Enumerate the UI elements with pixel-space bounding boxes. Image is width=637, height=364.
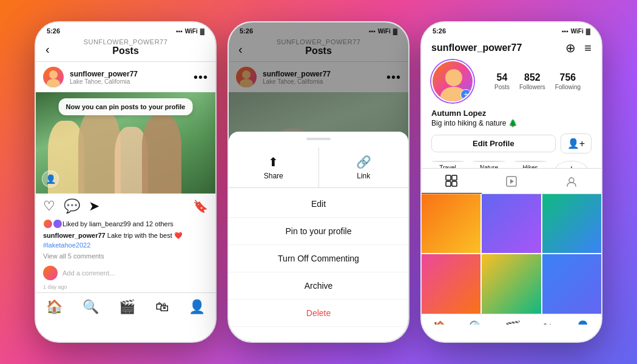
status-icons-1: ▪▪▪ WiFi ▓	[176, 28, 204, 35]
status-bar-3: 5:26 ▪▪▪ WiFi ▓	[422, 22, 601, 37]
sheet-edit-item[interactable]: Edit	[229, 190, 408, 218]
nav-reels-3[interactable]: 🎬	[505, 320, 521, 325]
svg-rect-8	[446, 181, 451, 186]
caption-row: sunflower_power77 Lake trip with the bes…	[36, 231, 215, 252]
sheet-delete-item[interactable]: Delete	[229, 300, 408, 325]
comment-input[interactable]: Add a comment...	[62, 269, 115, 277]
grid-photo-6[interactable]	[542, 254, 601, 313]
profile-avatar[interactable]: +	[431, 60, 474, 103]
grid-photo-2[interactable]	[482, 194, 541, 253]
header-title-1: Posts	[112, 46, 139, 56]
share-button[interactable]: ➤	[89, 198, 99, 214]
profile-bio: Big into hiking & nature 🌲	[422, 119, 601, 133]
tab-grid[interactable]	[422, 169, 482, 194]
bottom-sheet: ⬆ Share 🔗 Link Edit Pin to your profile …	[229, 132, 408, 325]
nav-search-1[interactable]: 🔍	[83, 299, 99, 315]
link-icon: 🔗	[356, 155, 371, 169]
sheet-link-btn[interactable]: 🔗 Link	[319, 147, 409, 187]
hashtag[interactable]: #laketahoe2022	[43, 241, 90, 249]
nav-shop-3[interactable]: 🛍	[541, 320, 554, 325]
svg-rect-7	[452, 175, 457, 180]
tab-reels[interactable]	[482, 169, 542, 194]
phone-2: 5:26 ▪▪▪ WiFi ▓ ‹ SUNFLOWER_POWER77 Post…	[228, 21, 410, 343]
sheet-pin-item[interactable]: Pin to your profile	[229, 218, 408, 245]
likes-row: Liked by liam_beanz99 and 12 others	[36, 219, 215, 231]
svg-marker-11	[510, 179, 514, 184]
nav-search-3[interactable]: 🔍	[468, 320, 485, 325]
highlight-circle-hikes[interactable]	[514, 161, 547, 162]
comments-link[interactable]: View all 5 comments	[36, 252, 215, 262]
nav-shop-1[interactable]: 🛍	[155, 299, 169, 315]
nav-reels-1[interactable]: 🎬	[119, 299, 135, 315]
post-avatar-1[interactable]	[43, 67, 64, 87]
post-user-info-1: sunflower_power77 Lake Tahoe, California	[70, 70, 187, 85]
svg-rect-6	[446, 175, 451, 180]
sheet-link-label: Link	[357, 172, 370, 180]
profile-header-icons: ⊕ ≡	[565, 41, 592, 55]
status-time-1: 5:26	[47, 27, 60, 35]
highlight-add-new[interactable]: +	[555, 161, 588, 168]
following-label: Following	[555, 84, 581, 90]
battery-icon-3: ▓	[586, 28, 590, 35]
svg-point-1	[47, 79, 60, 87]
add-post-icon[interactable]: ⊕	[565, 41, 576, 55]
stat-followers[interactable]: 852 Followers	[519, 72, 545, 90]
tab-row	[422, 168, 601, 194]
comment-button[interactable]: 💬	[64, 198, 80, 214]
battery-icon: ▓	[200, 28, 204, 35]
status-icons-3: ▪▪▪ WiFi ▓	[562, 28, 590, 35]
nav-home-3[interactable]: 🏠	[432, 320, 448, 325]
sheet-archive-item[interactable]: Archive	[229, 272, 408, 300]
svg-point-4	[445, 69, 462, 86]
wifi-icon: WiFi	[185, 28, 198, 35]
more-options-1[interactable]: •••	[194, 70, 208, 84]
tab-tagged[interactable]	[541, 169, 601, 194]
profile-username: sunflower_power77	[431, 42, 522, 53]
edit-profile-row: Edit Profile 👤+	[422, 133, 601, 161]
highlight-circle-nature[interactable]	[473, 161, 505, 162]
liker-avatar-2	[53, 219, 62, 229]
nav-home-1[interactable]: 🏠	[46, 299, 62, 315]
sheet-commenting-item[interactable]: Turn Off Commenting	[229, 245, 408, 272]
signal-icon: ▪▪▪	[176, 28, 183, 35]
caption-text: Lake trip with the best ❤️	[107, 232, 183, 239]
like-button[interactable]: ♡	[43, 198, 55, 214]
sheet-top-row: ⬆ Share 🔗 Link	[229, 147, 408, 188]
highlights-row: Travel Nature Hikes + New	[422, 161, 601, 168]
edit-profile-button[interactable]: Edit Profile	[431, 135, 556, 152]
menu-icon[interactable]: ≡	[584, 41, 592, 55]
add-story-plus[interactable]: +	[460, 89, 471, 100]
grid-photo-3[interactable]	[542, 194, 601, 253]
following-count: 756	[560, 72, 576, 83]
svg-point-0	[49, 70, 58, 79]
post-username-1[interactable]: sunflower_power77	[70, 70, 187, 78]
time-ago: 1 day ago	[36, 284, 215, 292]
stat-following[interactable]: 756 Following	[555, 72, 581, 90]
add-person-button[interactable]: 👤+	[561, 133, 592, 153]
highlight-circle-travel[interactable]	[431, 161, 464, 162]
ig-header-1: ‹ SUNFLOWER_POWER77 Posts	[36, 37, 215, 62]
grid-photo-4[interactable]	[422, 254, 480, 313]
sheet-handle	[306, 138, 331, 140]
back-button-1[interactable]: ‹	[46, 42, 50, 56]
action-row-1: ♡ 💬 ➤ 🔖	[36, 194, 215, 219]
nav-profile-3[interactable]: 👤	[575, 320, 591, 325]
sheet-share-btn[interactable]: ⬆ Share	[229, 147, 319, 187]
grid-photo-1[interactable]	[422, 194, 480, 253]
grid-photo-5[interactable]	[482, 254, 541, 313]
status-bar-1: 5:26 ▪▪▪ WiFi ▓	[36, 22, 215, 37]
profile-full-name: Autumn Lopez	[422, 109, 601, 119]
phone-1: 5:26 ▪▪▪ WiFi ▓ ‹ SUNFLOWER_POWER77 Post…	[35, 21, 217, 343]
share-icon: ⬆	[268, 155, 278, 169]
liker-avatar-1	[43, 219, 53, 229]
save-button[interactable]: 🔖	[193, 199, 208, 214]
photo-grid	[422, 194, 601, 314]
bottom-nav-3: 🏠 🔍 🎬 🛍 👤	[422, 314, 601, 325]
comment-avatar	[43, 266, 58, 280]
stat-posts[interactable]: 54 Posts	[494, 72, 510, 90]
nav-profile-1[interactable]: 👤	[189, 299, 205, 315]
add-comment-row: Add a comment...	[36, 262, 215, 284]
post-location-1: Lake Tahoe, California	[70, 78, 187, 85]
sheet-share-label: Share	[264, 172, 283, 180]
stats-row: 54 Posts 852 Followers 756 Following	[484, 72, 592, 90]
